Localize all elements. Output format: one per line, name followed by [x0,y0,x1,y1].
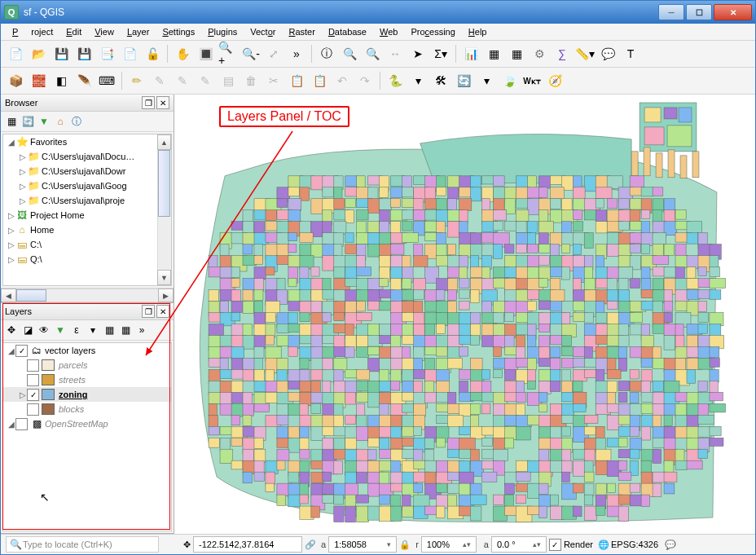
browser-scrollbar-v[interactable]: ▲ ▼ [157,134,171,285]
expand-icon[interactable]: ◢ [7,138,15,147]
window-close-button[interactable]: ✕ [714,4,752,20]
menu-processing[interactable]: Processing [404,25,461,38]
expand-icon[interactable]: ▷ [18,182,27,191]
crs-icon[interactable]: 🌐 [598,540,609,550]
edit-redo-button[interactable]: ↷ [354,70,376,91]
select-by-button[interactable]: 🔍 [362,43,383,64]
menu-web[interactable]: Web [373,25,404,38]
menu-plugins[interactable]: Plugins [201,25,244,38]
refresh-dropdown[interactable]: ▾ [476,70,497,91]
scroll-up-icon[interactable]: ▲ [157,134,171,150]
browser-collapse-button[interactable]: ⌂ [53,114,68,129]
edit-node-button[interactable]: ▤ [218,70,239,91]
menu-vector[interactable]: Vector [244,25,282,38]
scroll-right-icon[interactable]: ▶ [158,289,174,302]
browser-tree-item[interactable]: ▷ 📁 C:\Users\ujaval\Goog [3,178,157,193]
new-spatialite-button[interactable]: 🪶 [73,70,94,91]
browser-tree-item[interactable]: ▷ 🖴 Q:\ [3,252,157,266]
edit-copy-button[interactable]: 📋 [286,70,307,91]
save-project-button[interactable]: 💾 [51,43,72,64]
menu-project[interactable]: Project [6,25,59,38]
new-virtual-button[interactable]: ⌨ [96,70,117,91]
browser-properties-button[interactable]: ⓘ [69,114,84,129]
crs-value[interactable]: EPSG:4326 [611,540,658,549]
edit-add-button[interactable]: ✎ [172,70,193,91]
browser-tree-item[interactable]: ◢ ⭐ Favorites [3,134,157,149]
browser-tree-item[interactable]: ▷ 🖴 C:\ [3,237,157,252]
map-canvas[interactable]: Layers Panel / TOC [174,95,755,534]
new-shapefile-button[interactable]: ◧ [51,70,72,91]
browser-close-button[interactable]: ✕ [156,96,169,109]
browser-tree-item[interactable] [3,266,157,281]
expand-icon[interactable]: ▷ [7,240,15,249]
menu-raster[interactable]: Raster [282,25,321,38]
scroll-down-icon[interactable]: ▼ [157,270,171,285]
datasource-manager-button[interactable]: 📦 [5,70,26,91]
deselect-button[interactable]: ↔ [385,43,406,64]
browser-tree-item[interactable]: ▷ 📁 C:\Users\ujaval\Docu… [3,149,157,164]
spinner-icon[interactable]: ▴▾ [533,540,541,548]
expand-icon[interactable]: ▷ [18,196,27,205]
menu-database[interactable]: Database [322,25,373,38]
new-layout-button[interactable]: 📑 [96,43,117,64]
select-arrow-button[interactable]: ➤ [407,43,429,64]
menu-layer[interactable]: Layer [121,25,156,38]
menu-help[interactable]: Help [462,25,494,38]
menu-view[interactable]: View [88,25,121,38]
lock-icon[interactable]: 🔒 [399,540,411,550]
browser-tree[interactable]: ◢ ⭐ Favorites▷ 📁 C:\Users\ujaval\Docu…▷ … [2,134,172,286]
wkt-button[interactable]: Wᴋᴛ [521,70,543,91]
browser-tree-item[interactable]: ▷ ⌂ Home [3,222,157,237]
scale-field[interactable]: 1:58058 ▾ [328,536,397,553]
edit-paste-button[interactable]: 📋 [309,70,330,91]
save-project-as-button[interactable]: 💾 [73,43,94,64]
edit-save-button[interactable]: ✎ [149,70,170,91]
open-table-button[interactable]: 📊 [460,43,481,64]
expand-icon[interactable]: ▷ [18,167,27,176]
pan-button[interactable]: ✋ [172,43,193,64]
field-calc-button[interactable]: ▦ [483,43,504,64]
browser-refresh-button[interactable]: 🔄 [20,114,35,129]
expand-icon[interactable]: ▷ [7,255,15,264]
style-manager-button[interactable]: 🔓 [142,43,163,64]
browser-add-button[interactable]: ▦ [4,114,19,129]
maptips-button[interactable]: 💬 [597,43,618,64]
edit-undo-button[interactable]: ↶ [332,70,353,91]
render-checkbox[interactable]: ✓ [549,539,561,551]
coordinate-field[interactable]: -122.5142,37.8164 [193,536,302,553]
new-project-button[interactable]: 📄 [5,43,26,64]
measure-button[interactable]: 📏▾ [574,43,596,64]
browser-tree-item[interactable]: ▷ 🖼 Project Home [3,208,157,222]
spinner-icon[interactable]: ▴▾ [463,540,471,548]
new-geopackage-button[interactable]: 🧱 [28,70,49,91]
expand-icon[interactable]: ▷ [7,211,15,220]
zoom-in-button[interactable]: 🔍+ [218,43,239,64]
selection-dropdown[interactable]: Σ▾ [430,43,451,64]
open-project-button[interactable]: 📂 [28,43,49,64]
refresh-button[interactable]: 🔄 [453,70,474,91]
magnifier-field[interactable]: 100% ▴▾ [421,536,477,553]
messages-icon[interactable]: 💬 [665,540,676,550]
locator-input[interactable]: 🔍 Type to locate (Ctrl+K) [6,536,159,553]
dev-tools-button[interactable]: 🛠 [430,70,451,91]
window-minimize-button[interactable]: ─ [658,4,684,20]
nominatim-button[interactable]: 🧭 [544,70,565,91]
annotation-text-button[interactable]: T [620,43,641,64]
python-console-button[interactable]: 🐍 [385,70,406,91]
select-button[interactable]: 🔍 [339,43,360,64]
browser-filter-button[interactable]: ▼ [37,114,51,129]
layout-manager-button[interactable]: 📄 [119,43,140,64]
sum-button[interactable]: ∑ [552,43,573,64]
browser-scrollbar-h[interactable]: ◀ ▶ [1,288,174,302]
pan-selection-button[interactable]: 🔳 [195,43,216,64]
expand-icon[interactable]: ▷ [7,226,15,235]
toolbar-overflow-1[interactable]: » [286,43,307,64]
zoom-out-button[interactable]: 🔍- [240,43,262,64]
edit-move-button[interactable]: ✎ [195,70,216,91]
browser-tree-item[interactable]: ▷ 📁 C:\Users\ujaval\proje [3,193,157,208]
toolbox-button[interactable]: ⚙ [529,43,550,64]
identify-button[interactable]: ⓘ [316,43,337,64]
browser-undock-button[interactable]: ❐ [142,96,155,109]
zoom-full-button[interactable]: ⤢ [263,43,284,64]
menu-settings[interactable]: Settings [156,25,201,38]
